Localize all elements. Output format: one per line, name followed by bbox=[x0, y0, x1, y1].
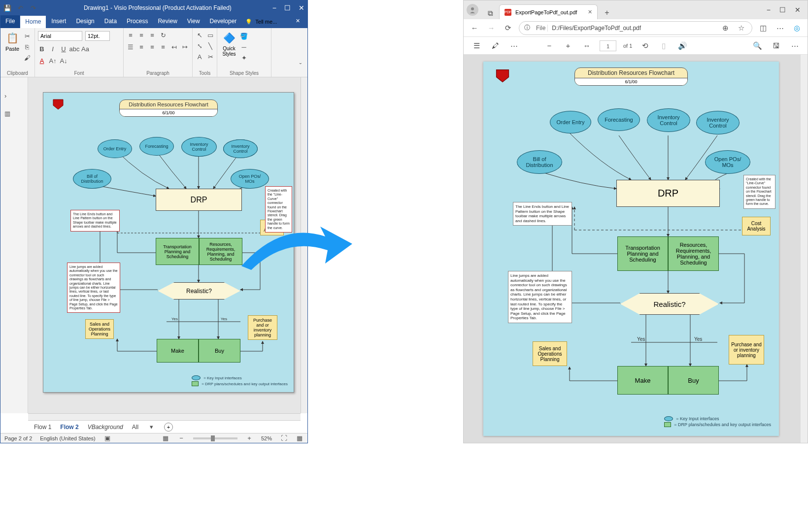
connector-tool-icon[interactable]: ⤡ bbox=[196, 42, 203, 50]
new-tab-button[interactable]: + bbox=[601, 6, 613, 19]
redo-icon[interactable]: ↷ bbox=[29, 4, 37, 12]
align-right-icon[interactable]: ≡ bbox=[159, 43, 167, 51]
favorite-icon[interactable]: ☆ bbox=[735, 22, 747, 34]
underline-icon[interactable]: U bbox=[60, 45, 67, 53]
site-info-icon[interactable]: ⓘ bbox=[524, 24, 530, 32]
address-bar[interactable]: ⓘ File D:/Files/ExportPageToPdf_out.pdf … bbox=[519, 21, 752, 35]
workspaces-icon[interactable]: ⧉ bbox=[484, 7, 496, 19]
node-resources[interactable]: Resources, Requirements, Planning, and S… bbox=[199, 238, 242, 265]
macro-rec-icon[interactable]: ▣ bbox=[103, 434, 111, 442]
pointer-tool-icon[interactable]: ↖ bbox=[196, 31, 203, 39]
read-aloud-icon[interactable]: 🔊 bbox=[676, 40, 688, 52]
quick-styles-button[interactable]: 🔷 Quick Styles bbox=[220, 30, 238, 58]
settings-menu-icon[interactable]: ⋯ bbox=[774, 22, 786, 34]
align-center-icon[interactable]: ≡ bbox=[148, 43, 156, 51]
refresh-icon[interactable]: ⟳ bbox=[502, 22, 514, 34]
close-doc-button[interactable]: ✕ bbox=[288, 15, 307, 28]
line-tool-icon[interactable]: ╲ bbox=[206, 42, 214, 50]
visio-shapes-pane[interactable]: › ▥ bbox=[0, 77, 28, 413]
crop-tool-icon[interactable]: ✂ bbox=[206, 53, 214, 61]
close-tab-icon[interactable]: ✕ bbox=[588, 9, 592, 15]
grow-font-icon[interactable]: A↑ bbox=[49, 57, 57, 65]
node-bill-dist[interactable]: Bill of Distribution bbox=[73, 169, 111, 189]
bold-icon[interactable]: B bbox=[38, 45, 46, 53]
tab-data[interactable]: Data bbox=[100, 15, 122, 28]
tab-file[interactable]: File bbox=[0, 15, 20, 28]
fill-icon[interactable]: 🪣 bbox=[240, 32, 248, 40]
zoom-slider[interactable] bbox=[193, 437, 237, 439]
zoom-reset-icon[interactable]: ⊕ bbox=[719, 22, 731, 34]
pdf-viewport[interactable]: Distribution Resources Flowchart 6/1/00 … bbox=[464, 55, 808, 443]
page-tab-background[interactable]: VBackground bbox=[88, 424, 123, 431]
align-left-icon[interactable]: ≡ bbox=[137, 43, 145, 51]
node-drp[interactable]: DRP bbox=[156, 189, 242, 211]
superscript-icon[interactable]: Aa bbox=[81, 45, 89, 53]
node-forecasting[interactable]: Forecasting bbox=[139, 137, 174, 156]
pdf-more-icon[interactable]: ⋯ bbox=[789, 40, 801, 52]
zoom-in-pdf-icon[interactable]: + bbox=[562, 40, 574, 52]
node-make[interactable]: Make bbox=[157, 339, 199, 363]
italic-icon[interactable]: I bbox=[49, 45, 57, 53]
split-screen-icon[interactable]: ◫ bbox=[757, 22, 769, 34]
add-page-button[interactable]: + bbox=[164, 423, 173, 432]
copy-icon[interactable]: ⎘ bbox=[23, 43, 31, 51]
save-icon[interactable]: 💾 bbox=[3, 4, 11, 12]
more-tools-icon[interactable]: ⋯ bbox=[508, 40, 520, 52]
collapse-ribbon-icon[interactable]: ˇ bbox=[297, 62, 304, 69]
strike-icon[interactable]: abc bbox=[70, 45, 78, 53]
shapes-chevron-icon[interactable]: › bbox=[4, 92, 12, 100]
node-purchase[interactable]: Purchase and or inventory planning bbox=[248, 315, 277, 340]
page-tab-flow1[interactable]: Flow 1 bbox=[34, 424, 51, 431]
page-tab-flow2[interactable]: Flow 2 bbox=[60, 424, 78, 431]
copilot-icon[interactable]: ◎ bbox=[791, 22, 803, 34]
tell-me-search[interactable]: 💡Tell me... bbox=[241, 15, 288, 28]
tab-process[interactable]: Process bbox=[122, 15, 153, 28]
tab-view[interactable]: View bbox=[182, 15, 205, 28]
page-tab-all[interactable]: All bbox=[132, 424, 138, 431]
status-language[interactable]: English (United States) bbox=[40, 435, 96, 441]
paste-button[interactable]: 📋 Paste bbox=[3, 30, 21, 53]
chevron-down-icon[interactable]: ▾ bbox=[147, 423, 155, 431]
maximize-icon[interactable]: ☐ bbox=[284, 4, 291, 12]
node-order-entry[interactable]: Order Entry bbox=[98, 139, 132, 158]
browser-tab[interactable]: PDF ExportPageToPdf_out.pdf ✕ bbox=[499, 4, 598, 19]
font-name-combo[interactable]: Arial bbox=[38, 31, 82, 41]
edge-maximize-icon[interactable]: ☐ bbox=[779, 6, 786, 14]
tab-review[interactable]: Review bbox=[153, 15, 182, 28]
indent-dec-icon[interactable]: ↤ bbox=[170, 43, 178, 51]
zoom-in-icon[interactable]: + bbox=[245, 434, 253, 442]
highlight-icon[interactable]: 🖍 bbox=[489, 40, 501, 52]
line-style-icon[interactable]: ─ bbox=[240, 43, 248, 51]
visio-hscrollbar[interactable] bbox=[28, 413, 301, 420]
edge-minimize-icon[interactable]: − bbox=[767, 6, 771, 14]
font-size-combo[interactable]: 12pt. bbox=[85, 31, 110, 41]
edge-close-icon[interactable]: ✕ bbox=[795, 6, 801, 14]
save-pdf-icon[interactable]: 🖫 bbox=[770, 40, 782, 52]
indent-inc-icon[interactable]: ↦ bbox=[181, 43, 189, 51]
rect-tool-icon[interactable]: ▭ bbox=[206, 31, 214, 39]
close-icon[interactable]: ✕ bbox=[299, 4, 304, 12]
stencil-icon[interactable]: ▥ bbox=[4, 110, 12, 118]
find-icon[interactable]: 🔍 bbox=[751, 40, 763, 52]
edge-vscrollbar[interactable] bbox=[801, 55, 808, 443]
shrink-font-icon[interactable]: A↓ bbox=[60, 57, 67, 65]
node-inventory[interactable]: Inventory Control bbox=[181, 137, 217, 157]
align-mid-icon[interactable]: ≡ bbox=[137, 31, 145, 39]
fit-width-icon[interactable]: ↔ bbox=[581, 40, 593, 52]
align-bot-icon[interactable]: ≡ bbox=[148, 31, 156, 39]
text-tool-icon[interactable]: A bbox=[196, 53, 203, 61]
presentation-icon[interactable]: ▦ bbox=[162, 434, 169, 442]
orientation-icon[interactable]: ↻ bbox=[159, 31, 167, 39]
node-open-pos[interactable]: Open POs/ MOs bbox=[231, 169, 269, 189]
cut-icon[interactable]: ✂ bbox=[23, 32, 31, 40]
pan-zoom-icon[interactable]: ▦ bbox=[296, 434, 303, 442]
minimize-icon[interactable]: − bbox=[272, 4, 276, 12]
tab-developer[interactable]: Developer bbox=[205, 15, 242, 28]
align-top-icon[interactable]: ≡ bbox=[127, 31, 135, 39]
node-sales[interactable]: Sales and Operations Planning bbox=[85, 319, 114, 339]
effects-icon[interactable]: ✦ bbox=[240, 54, 248, 62]
fit-page-icon[interactable]: ⛶ bbox=[280, 434, 288, 442]
tab-insert[interactable]: Insert bbox=[46, 15, 71, 28]
node-transport[interactable]: Transportation Planning and Scheduling bbox=[156, 238, 199, 265]
undo-icon[interactable]: ↶ bbox=[16, 4, 24, 12]
